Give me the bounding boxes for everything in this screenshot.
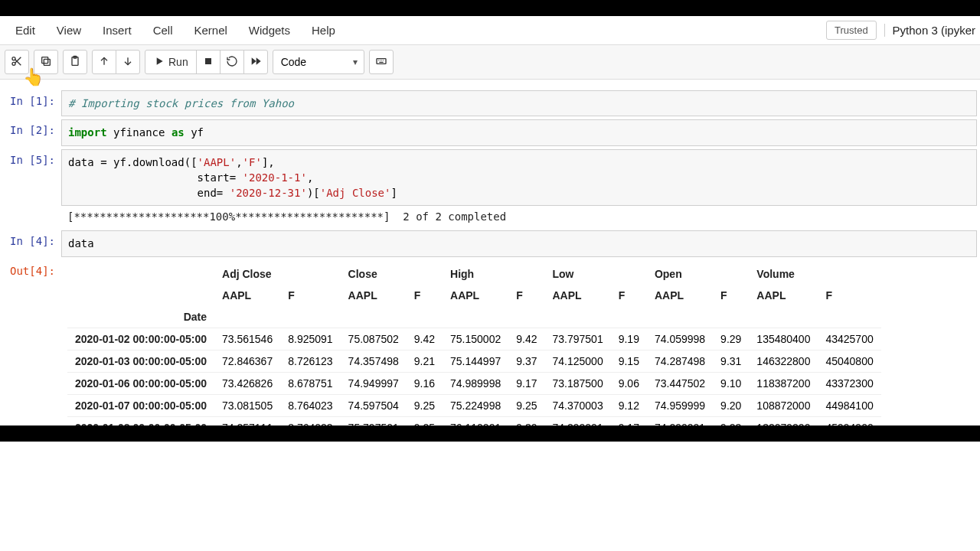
cell-value: 9.15 (611, 350, 647, 372)
code-string: 'Adj Close' (320, 187, 391, 199)
code-text: , (236, 156, 242, 168)
cell-value: 118387200 (749, 372, 818, 394)
cell-value: 74.125000 (544, 350, 610, 372)
code-cell[interactable]: In [4]: data (0, 230, 980, 256)
run-button[interactable]: Run (145, 50, 197, 74)
cell-value: 74.959999 (647, 394, 713, 416)
refresh-icon (226, 55, 238, 70)
code-keyword: as (172, 126, 185, 139)
code-cell[interactable]: In [2]: import yfinance as yf (0, 119, 980, 145)
arrow-up-icon (98, 55, 110, 70)
cell-value: 73.561546 (214, 328, 280, 350)
output-cell: Out[4]: Adj CloseCloseHighLowOpenVolumeA… (0, 260, 980, 439)
table-row: 2020-01-06 00:00:00-05:0073.4268268.6787… (67, 372, 881, 394)
input-prompt: In [5]: (0, 149, 61, 228)
code-string: 'AAPL' (198, 156, 237, 168)
menu-view[interactable]: View (46, 19, 92, 41)
restart-button[interactable] (220, 50, 244, 74)
svg-rect-2 (44, 59, 50, 65)
move-down-button[interactable] (116, 50, 140, 74)
code-comment: # Importing stock prices from Yahoo (68, 97, 294, 109)
cell-value: 9.19 (611, 328, 647, 350)
cell-value: 135480400 (749, 328, 818, 350)
row-index: 2020-01-03 00:00:00-05:00 (67, 350, 214, 372)
column-sub-header: AAPL (749, 285, 818, 306)
row-index: 2020-01-02 00:00:00-05:00 (67, 328, 214, 350)
column-sub-header: F (407, 285, 443, 306)
column-group-header: Volume (749, 263, 880, 285)
copy-icon (40, 55, 52, 70)
cell-value: 43425700 (818, 328, 880, 350)
cell-value: 72.846367 (214, 350, 280, 372)
code-string: '2020-1-1' (243, 171, 307, 184)
code-text: , (307, 171, 313, 184)
arrow-down-icon (122, 55, 134, 70)
cell-value: 74.357498 (341, 350, 407, 372)
cell-value: 146322800 (749, 350, 818, 372)
column-sub-header: AAPL (341, 285, 407, 306)
input-prompt: In [2]: (0, 119, 61, 145)
code-cell[interactable]: In [5]: data = yf.download(['AAPL','F'],… (0, 149, 980, 228)
stdout-output: [*********************100%**************… (61, 206, 980, 227)
cell-value: 9.17 (508, 372, 544, 394)
restart-run-all-button[interactable] (243, 50, 268, 74)
command-palette-button[interactable] (369, 50, 394, 74)
code-input[interactable]: data = yf.download(['AAPL','F'], start= … (61, 149, 977, 207)
cell-type-select[interactable]: Code (273, 50, 364, 74)
cell-value: 9.42 (407, 328, 443, 350)
column-sub-header: AAPL (647, 285, 713, 306)
stop-icon (202, 55, 214, 70)
code-text: ] (390, 187, 397, 199)
cell-value: 44984100 (818, 394, 880, 416)
menu-kernel[interactable]: Kernel (183, 19, 237, 41)
keyboard-icon (375, 55, 387, 70)
cell-value: 73.797501 (544, 328, 610, 350)
cell-value: 45040800 (818, 350, 880, 372)
paste-button[interactable] (63, 50, 87, 74)
menu-widgets[interactable]: Widgets (238, 19, 301, 41)
code-input[interactable]: # Importing stock prices from Yahoo (61, 90, 977, 116)
cell-value: 9.21 (407, 350, 443, 372)
column-group-header: Close (341, 263, 443, 285)
interrupt-button[interactable] (196, 50, 220, 74)
fast-forward-icon (250, 55, 262, 70)
code-text: end= (68, 187, 230, 199)
code-input[interactable]: data (61, 230, 977, 256)
column-sub-header: F (508, 285, 544, 306)
menu-cell[interactable]: Cell (142, 19, 184, 41)
kernel-name[interactable]: Python 3 (ipyker (884, 24, 975, 37)
menu-edit[interactable]: Edit (5, 19, 46, 41)
scissors-icon (11, 55, 23, 70)
cell-value: 75.150002 (443, 328, 508, 350)
menu-insert[interactable]: Insert (92, 19, 142, 41)
column-sub-header: F (713, 285, 749, 306)
cell-type-value: Code (281, 56, 306, 68)
cell-value: 108872000 (749, 394, 818, 416)
cut-button[interactable] (5, 50, 29, 74)
copy-button[interactable] (34, 50, 58, 74)
dataframe-output: Adj CloseCloseHighLowOpenVolumeAAPLFAAPL… (61, 260, 980, 439)
code-cell[interactable]: In [1]: # Importing stock prices from Ya… (0, 90, 980, 116)
move-cell-group (92, 50, 140, 74)
cell-value: 43372300 (818, 372, 880, 394)
run-group: Run (145, 50, 268, 74)
code-text: )[ (307, 187, 320, 199)
notebook-area: In [1]: # Importing stock prices from Ya… (0, 80, 980, 439)
code-keyword: import (68, 126, 107, 139)
cell-value: 74.370003 (544, 394, 610, 416)
column-group-header: High (443, 263, 544, 285)
code-text: data (68, 237, 94, 249)
column-sub-header: F (611, 285, 647, 306)
cell-value: 74.059998 (647, 328, 713, 350)
cell-value: 9.20 (713, 394, 749, 416)
trusted-badge[interactable]: Trusted (826, 21, 877, 40)
move-up-button[interactable] (92, 50, 116, 74)
cell-value: 9.25 (508, 394, 544, 416)
code-input[interactable]: import yfinance as yf (61, 119, 977, 145)
menu-help[interactable]: Help (301, 19, 346, 41)
cell-value: 9.31 (713, 350, 749, 372)
toolbar: Run Code (0, 45, 980, 80)
column-sub-header: F (280, 285, 340, 306)
dataframe-table: Adj CloseCloseHighLowOpenVolumeAAPLFAAPL… (67, 263, 881, 439)
column-group-header: Adj Close (214, 263, 341, 285)
